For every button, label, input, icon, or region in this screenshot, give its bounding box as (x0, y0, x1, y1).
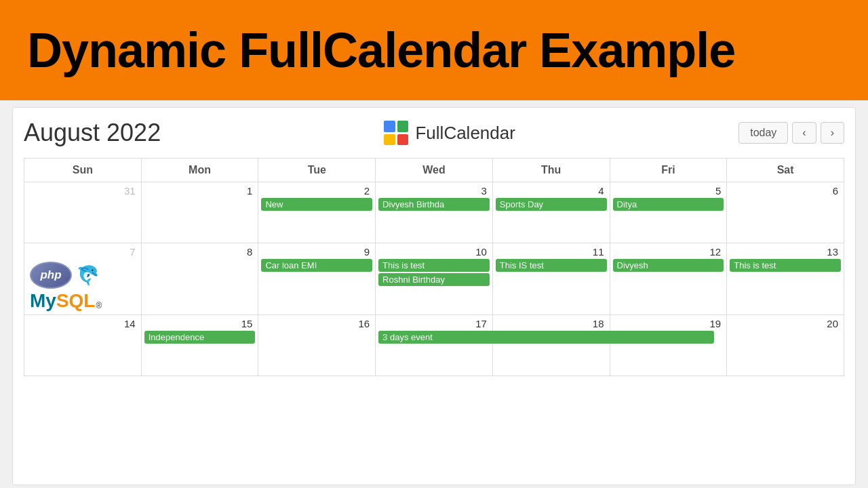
calendar-cell: 14 (24, 315, 142, 376)
calendar-cell: 8 (141, 243, 258, 315)
calendar-cell: 7php🐬MySQL® (24, 243, 142, 315)
calendar-cell: 9Car loan EMI (258, 243, 376, 315)
day-number: 6 (730, 185, 841, 197)
day-number: 2 (261, 185, 372, 197)
day-number: 14 (27, 318, 138, 329)
dolphin-icon: 🐬 (76, 264, 100, 287)
day-number: 31 (27, 185, 138, 197)
day-header-tue: Tue (258, 159, 376, 182)
calendar-event[interactable]: 3 days event (378, 331, 714, 344)
calendar-week-2: 1415Independence16173 days event181920 (24, 315, 844, 376)
php-badge-icon: php (30, 262, 72, 289)
day-number: 17 (378, 318, 490, 329)
calendar-cell: 16 (258, 315, 376, 376)
calendar-event[interactable]: This is test (378, 259, 490, 272)
calendar-event[interactable]: Sports Day (496, 198, 607, 211)
calendar-cell: 1 (141, 182, 258, 243)
calendar-event[interactable]: Ditya (613, 198, 724, 211)
day-number: 7 (27, 246, 138, 258)
mysql-text: MySQL® (30, 290, 102, 312)
day-number: 18 (496, 318, 607, 329)
month-title: August 2022 (24, 119, 161, 147)
day-number: 13 (730, 246, 841, 258)
calendar-days-header: SunMonTueWedThuFriSat (24, 159, 844, 182)
day-number: 5 (613, 185, 724, 197)
logo-cell-green (397, 121, 409, 132)
calendar-cell: 4Sports Day (492, 182, 610, 243)
calendar-cell: 6 (727, 182, 844, 243)
today-button[interactable]: today (738, 122, 788, 144)
header-banner: Dynamic FullCalendar Example (0, 0, 868, 100)
calendar-event[interactable]: Divyesh Birthda (378, 198, 490, 211)
calendar-event[interactable]: Car loan EMI (261, 259, 372, 272)
calendar-cell: 18 (492, 315, 610, 376)
day-number: 4 (496, 185, 607, 197)
calendar-container: August 2022 FullCalendar today ‹ › SunMo… (12, 107, 856, 485)
calendar-event[interactable]: This is test (730, 259, 841, 272)
calendar-body: 3112New3Divyesh Birthda4Sports Day5Ditya… (24, 182, 844, 376)
day-number: 12 (613, 246, 724, 258)
prev-button[interactable]: ‹ (792, 122, 816, 144)
day-header-mon: Mon (141, 159, 258, 182)
calendar-cell: 20 (727, 315, 844, 376)
calendar-header: August 2022 FullCalendar today ‹ › (24, 119, 844, 147)
calendar-cell: 173 days event (376, 315, 493, 376)
calendar-cell: 13This is test (727, 243, 844, 315)
calendar-cell: 19 (610, 315, 727, 376)
calendar-cell: 12Divyesh (610, 243, 727, 315)
day-header-sat: Sat (727, 159, 844, 182)
calendar-grid: SunMonTueWedThuFriSat 3112New3Divyesh Bi… (24, 158, 844, 376)
logo-cell-red (397, 134, 409, 146)
calendar-cell: 10This is testRoshni Birthday (376, 243, 493, 315)
calendar-event[interactable]: Roshni Birthday (378, 273, 490, 286)
logo-grid-icon (384, 121, 408, 145)
calendar-cell: 31 (24, 182, 142, 243)
php-mysql-logo: php🐬MySQL® (27, 259, 138, 312)
day-number: 9 (261, 246, 372, 258)
day-header-fri: Fri (610, 159, 727, 182)
calendar-cell: 15Independence (141, 315, 258, 376)
day-number: 20 (730, 318, 841, 329)
logo-cell-yellow (384, 134, 395, 146)
day-number: 10 (378, 246, 490, 258)
fullcalendar-logo: FullCalendar (384, 121, 515, 145)
day-number: 19 (613, 318, 724, 329)
calendar-cell: 2New (258, 182, 376, 243)
logo-text: FullCalendar (415, 123, 515, 144)
next-button[interactable]: › (821, 122, 844, 144)
day-number: 3 (378, 185, 490, 197)
calendar-event[interactable]: New (261, 198, 372, 211)
calendar-week-0: 3112New3Divyesh Birthda4Sports Day5Ditya… (24, 182, 844, 243)
calendar-week-1: 7php🐬MySQL®89Car loan EMI10This is testR… (24, 243, 844, 315)
day-header-wed: Wed (376, 159, 493, 182)
calendar-cell: 3Divyesh Birthda (376, 182, 493, 243)
day-header-thu: Thu (492, 159, 610, 182)
calendar-nav: today ‹ › (738, 122, 844, 144)
calendar-event[interactable]: This IS test (496, 259, 607, 272)
day-number: 1 (144, 185, 256, 197)
page-title: Dynamic FullCalendar Example (27, 26, 735, 75)
calendar-event[interactable]: Independence (144, 331, 256, 344)
calendar-cell: 11This IS test (492, 243, 610, 315)
logo-cell-blue (384, 121, 395, 132)
day-number: 16 (261, 318, 372, 329)
calendar-event[interactable]: Divyesh (613, 259, 724, 272)
day-header-sun: Sun (24, 159, 142, 182)
calendar-cell: 5Ditya (610, 182, 727, 243)
day-number: 11 (496, 246, 607, 258)
day-number: 15 (144, 318, 256, 329)
day-number: 8 (144, 246, 256, 258)
